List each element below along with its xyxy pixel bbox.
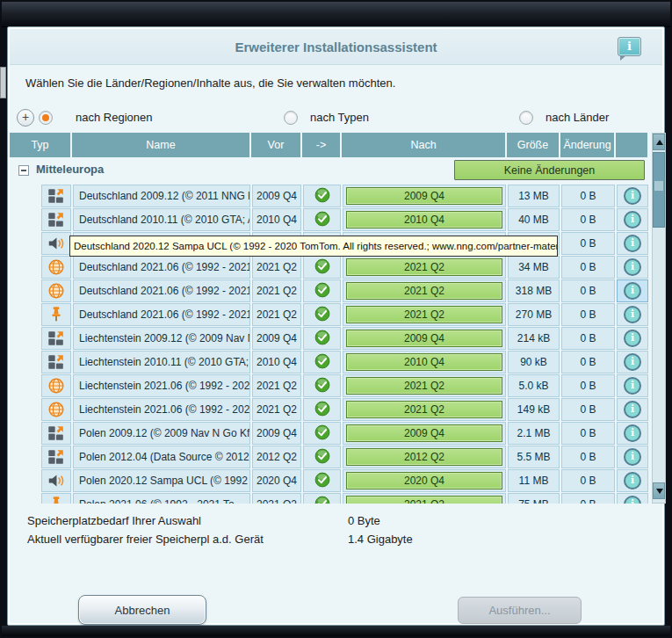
- radio-nach-l-nder[interactable]: [519, 111, 533, 125]
- info-icon[interactable]: i: [624, 377, 641, 395]
- version-before-cell: 2012 Q2: [252, 446, 301, 468]
- version-select-button[interactable]: 2009 Q4: [346, 187, 502, 205]
- info-icon[interactable]: i: [624, 258, 641, 276]
- version-select-button[interactable]: 2021 Q2: [346, 258, 502, 276]
- info-icon[interactable]: i: [624, 235, 641, 252]
- help-info-icon[interactable]: i: [618, 37, 641, 56]
- scroll-up-button[interactable]: [653, 134, 665, 150]
- row-indent: [10, 303, 40, 326]
- content-name-cell[interactable]: Polen 2012.04 (Data Source © 2012 ...: [73, 446, 250, 468]
- info-icon[interactable]: i: [624, 211, 641, 228]
- version-before-cell: 2021 Q2: [252, 279, 301, 302]
- content-name-cell[interactable]: Liechtenstein 2021.06 (© 1992 - 202...: [73, 374, 250, 397]
- table-row[interactable]: Deutschland 2010.11 (© 2010 GTA; A...201…: [10, 208, 650, 231]
- info-cell: i: [617, 256, 648, 279]
- column-header-vor: Vor: [251, 133, 300, 157]
- check-icon: [314, 448, 330, 467]
- change-cell: 0 B: [561, 469, 615, 492]
- info-icon[interactable]: i: [624, 282, 641, 300]
- table-row[interactable]: Liechtenstein 2021.06 (© 1992 - 202...20…: [10, 374, 650, 397]
- radio-label-nach-regionen[interactable]: nach Regionen: [76, 111, 152, 124]
- status-cell: [303, 327, 341, 350]
- info-cell: i: [617, 374, 648, 397]
- vertical-scrollbar[interactable]: [652, 133, 666, 504]
- available-space-value: 1.4 Gigabyte: [348, 533, 413, 546]
- content-name-cell[interactable]: Polen 2020.12 Sampa UCL (© 1992 - ...: [73, 469, 250, 492]
- info-icon[interactable]: i: [624, 448, 641, 466]
- column-header-name: Name: [72, 133, 249, 157]
- table-rows: Deutschland 2009.12 (© 2011 NNG Kft.)200…: [10, 185, 650, 504]
- version-select-button[interactable]: 2021 Q2: [346, 377, 502, 395]
- content-name-cell[interactable]: Polen 2009.12 (© 2009 Nav N Go Kft.): [73, 422, 250, 445]
- table-row[interactable]: Liechtenstein 2010.11 (© 2010 GTA; ...20…: [10, 351, 650, 373]
- version-select-button[interactable]: 2021 Q2: [346, 282, 502, 300]
- version-select-button[interactable]: 2021 Q2: [346, 496, 502, 504]
- arrow-up-icon: [656, 140, 663, 145]
- content-name-cell[interactable]: Deutschland 2021.06 (© 1992 - 2021 ...: [73, 256, 250, 279]
- scrollbar-thumb[interactable]: [653, 152, 665, 228]
- status-cell: [303, 279, 341, 302]
- expand-all-button[interactable]: +: [17, 109, 34, 127]
- table-row[interactable]: Deutschland 2009.12 (© 2011 NNG Kft.)200…: [10, 185, 650, 207]
- collapse-icon[interactable]: [18, 165, 29, 176]
- version-select-button[interactable]: 2012 Q2: [346, 448, 502, 466]
- version-before-cell: 2021 Q2: [252, 256, 301, 279]
- version-select-button[interactable]: 2021 Q2: [346, 401, 502, 418]
- info-cell: i: [617, 208, 648, 231]
- change-cell: 0 B: [561, 398, 615, 421]
- table-row[interactable]: Polen 2009.12 (© 2009 Nav N Go Kft.)2009…: [10, 422, 650, 445]
- radio-nach-typen[interactable]: [284, 111, 298, 125]
- info-cell: i: [617, 469, 648, 492]
- group-status-button[interactable]: Keine Änderungen: [454, 160, 645, 180]
- table-row[interactable]: Deutschland 2021.06 (© 1992 - 2021 ...20…: [10, 303, 650, 326]
- table-row[interactable]: Polen 2012.04 (Data Source © 2012 ...201…: [10, 446, 650, 468]
- check-icon: [314, 211, 330, 229]
- version-before-cell: 2010 Q4: [252, 351, 301, 373]
- table-row[interactable]: Deutschland 2021.06 (© 1992 - 2021 ...20…: [10, 279, 650, 302]
- table-row[interactable]: Liechtenstein 2009.12 (© 2009 Nav N...20…: [10, 327, 650, 350]
- scroll-down-button[interactable]: [653, 482, 665, 499]
- version-select-button[interactable]: 2009 Q4: [346, 424, 502, 442]
- type-cell: [41, 493, 71, 504]
- content-name-cell[interactable]: Liechtenstein 2009.12 (© 2009 Nav N...: [73, 327, 250, 350]
- radio-label-nach-typen[interactable]: nach Typen: [310, 111, 369, 124]
- version-select-button[interactable]: 2020 Q4: [346, 472, 502, 489]
- radio-label-nach-l-nder[interactable]: nach Länder: [546, 111, 609, 124]
- info-icon[interactable]: i: [624, 306, 641, 323]
- info-icon[interactable]: i: [624, 187, 641, 205]
- status-cell: [303, 446, 341, 468]
- info-icon[interactable]: i: [624, 496, 641, 504]
- version-after-cell: 2021 Q2: [343, 493, 506, 504]
- execute-button[interactable]: Ausführen...: [458, 597, 582, 624]
- version-select-button[interactable]: 2010 Q4: [346, 211, 502, 228]
- content-name-cell[interactable]: Deutschland 2021.06 (© 1992 - 2021 ...: [73, 303, 250, 326]
- version-select-button[interactable]: 2010 Q4: [346, 353, 502, 371]
- group-row-mitteleuropa[interactable]: Mitteleuropa Keine Änderungen: [10, 160, 648, 183]
- info-icon[interactable]: i: [624, 330, 641, 347]
- content-name-cell[interactable]: Liechtenstein 2010.11 (© 2010 GTA; ...: [73, 351, 250, 373]
- info-icon[interactable]: i: [624, 353, 641, 371]
- content-name-cell[interactable]: Deutschland 2021.06 (© 1992 - 2021 ...: [73, 279, 250, 302]
- table-row[interactable]: Polen 2021.06 (© 1992 - 2021 To...2021 Q…: [10, 493, 650, 504]
- radio-nach-regionen[interactable]: [39, 111, 53, 125]
- map-update-icon: [47, 352, 66, 372]
- version-select-button[interactable]: 2021 Q2: [346, 306, 502, 323]
- check-icon: [314, 187, 330, 206]
- info-icon[interactable]: i: [624, 401, 641, 418]
- table-row[interactable]: Polen 2020.12 Sampa UCL (© 1992 - ...202…: [10, 469, 650, 492]
- info-icon[interactable]: i: [624, 424, 641, 442]
- version-select-button[interactable]: 2009 Q4: [346, 330, 502, 347]
- table-row[interactable]: Deutschland 2021.06 (© 1992 - 2021 ...20…: [10, 256, 650, 279]
- content-name-cell[interactable]: Polen 2021.06 (© 1992 - 2021 To...: [73, 493, 250, 504]
- version-after-cell: 2021 Q2: [343, 303, 506, 326]
- table-row[interactable]: Liechtenstein 2021.06 (© 1992 - 202...20…: [10, 398, 650, 421]
- version-before-cell: 2021 Q2: [252, 398, 301, 421]
- info-cell: i: [617, 446, 648, 468]
- cancel-button[interactable]: Abbrechen: [78, 595, 206, 625]
- type-cell: [41, 208, 71, 231]
- info-cell: i: [617, 232, 648, 255]
- info-icon[interactable]: i: [624, 472, 641, 489]
- content-name-cell[interactable]: Deutschland 2009.12 (© 2011 NNG Kft.): [73, 185, 250, 207]
- content-name-cell[interactable]: Liechtenstein 2021.06 (© 1992 - 202...: [73, 398, 250, 421]
- content-name-cell[interactable]: Deutschland 2010.11 (© 2010 GTA; A...: [73, 208, 250, 231]
